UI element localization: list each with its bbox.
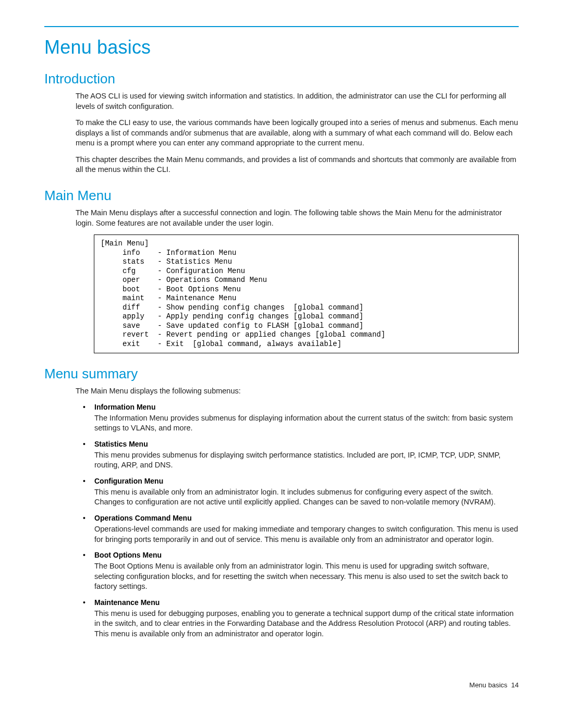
list-item-desc: The Boot Options Menu is available only …	[94, 562, 508, 590]
list-item-desc: Operations-level commands are used for m…	[94, 525, 518, 544]
intro-paragraph-3: This chapter describes the Main Menu com…	[76, 155, 519, 175]
list-item-desc: This menu is available only from an admi…	[94, 488, 496, 507]
list-item-title: Information Menu	[94, 403, 519, 411]
list-item-desc: This menu provides submenus for displayi…	[94, 451, 500, 470]
menu-summary-list: Information Menu The Information Menu pr…	[76, 403, 519, 639]
list-item-desc: This menu is used for debugging purposes…	[94, 609, 513, 638]
footer-label: Menu basics	[469, 681, 507, 689]
list-item-title: Configuration Menu	[94, 477, 519, 485]
list-item: Information Menu The Information Menu pr…	[76, 403, 519, 434]
list-item: Operations Command Menu Operations-level…	[76, 514, 519, 545]
section-heading-main-menu: Main Menu	[44, 188, 519, 204]
intro-paragraph-1: The AOS CLI is used for viewing switch i…	[76, 91, 519, 112]
section-heading-introduction: Introduction	[44, 71, 519, 87]
summary-paragraph-1: The Main Menu displays the following sub…	[76, 386, 519, 397]
page-title: Menu basics	[44, 36, 519, 58]
main-menu-paragraph-1: The Main Menu displays after a successfu…	[76, 208, 519, 228]
list-item: Maintenance Menu This menu is used for d…	[76, 598, 519, 639]
main-menu-code-block: [Main Menu] info - Information Menu stat…	[94, 235, 519, 353]
list-item: Configuration Menu This menu is availabl…	[76, 477, 519, 508]
list-item-title: Statistics Menu	[94, 440, 519, 448]
list-item: Boot Options Menu The Boot Options Menu …	[76, 551, 519, 592]
top-rule	[44, 26, 519, 27]
section-heading-menu-summary: Menu summary	[44, 366, 519, 382]
list-item-title: Boot Options Menu	[94, 551, 519, 559]
list-item: Statistics Menu This menu provides subme…	[76, 440, 519, 471]
list-item-title: Operations Command Menu	[94, 514, 519, 522]
page-footer: Menu basics 14	[44, 681, 519, 689]
list-item-desc: The Information Menu provides submenus f…	[94, 414, 513, 433]
list-item-title: Maintenance Menu	[94, 598, 519, 607]
footer-page-number: 14	[511, 681, 519, 689]
intro-paragraph-2: To make the CLI easy to use, the various…	[76, 118, 519, 149]
page-content: Menu basics Introduction The AOS CLI is …	[0, 0, 563, 710]
